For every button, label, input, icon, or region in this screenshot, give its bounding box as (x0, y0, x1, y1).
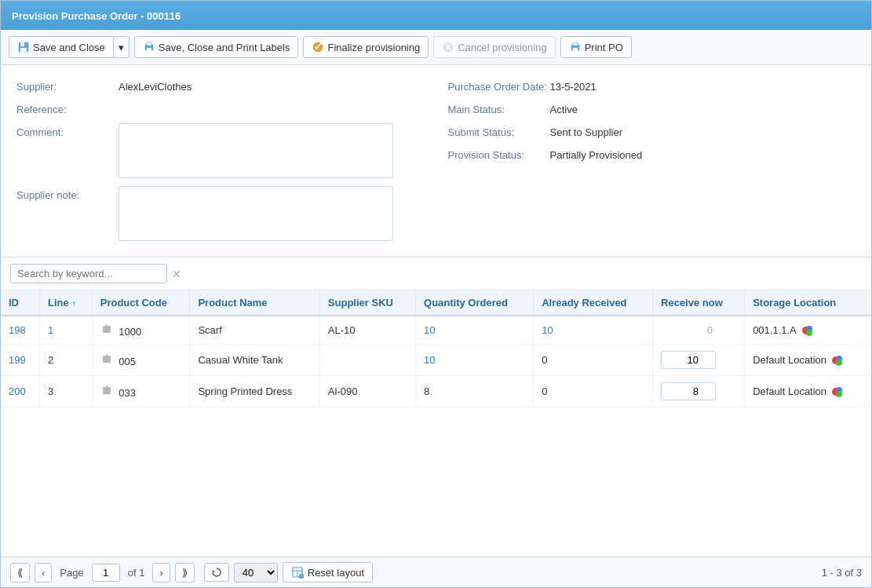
col-quantity-ordered[interactable]: Quantity Ordered (416, 290, 534, 316)
product-icon (100, 323, 113, 335)
storage-location-icon[interactable] (830, 353, 845, 367)
comment-textarea[interactable] (119, 123, 393, 178)
table-header: ID Line ↑ Product Code Product Name Supp… (1, 290, 871, 316)
save-close-split-button[interactable]: Save and Close ▾ (9, 36, 130, 58)
form-grid: Supplier: AlexLeviClothes Reference: Com… (16, 78, 856, 249)
col-product-name[interactable]: Product Name (190, 290, 319, 316)
col-product-code[interactable]: Product Code (92, 290, 190, 316)
storage-cell: Default Location (753, 353, 863, 367)
storage-location-text: 001.1.1.A (753, 324, 797, 336)
svg-point-20 (806, 330, 812, 336)
cell-already-received: 0 (534, 345, 653, 376)
supplier-note-field: Supplier note: (16, 186, 425, 241)
cell-line: 2 (40, 345, 93, 376)
storage-cell: Default Location (753, 385, 863, 399)
svg-point-27 (836, 360, 842, 366)
finalize-icon: ✓ (312, 41, 324, 53)
table-row: 199 2 00 (1, 345, 871, 376)
last-page-button[interactable]: ⟫ (175, 563, 195, 583)
cell-receive-now: 0 (653, 316, 745, 345)
col-already-received[interactable]: Already Received (534, 290, 653, 316)
cell-product-code: 1000 (92, 316, 190, 345)
print-icon (143, 41, 155, 53)
search-bar: ✕ (1, 257, 871, 290)
receive-now-input[interactable] (661, 382, 716, 400)
submit-status-field: Submit Status: Sent to Supplier (448, 123, 856, 138)
cell-supplier-sku (319, 345, 415, 376)
refresh-icon (211, 567, 222, 578)
toolbar: Save and Close ▾ Save, Close and Print L… (1, 30, 871, 65)
cell-product-code: 005 (92, 345, 190, 376)
row-id-link[interactable]: 199 (9, 354, 26, 366)
prev-page-button[interactable]: ‹ (35, 563, 52, 583)
col-id[interactable]: ID (1, 290, 40, 316)
search-clear-button[interactable]: ✕ (172, 268, 181, 280)
receive-now-input[interactable] (661, 351, 716, 369)
reset-layout-button[interactable]: Reset layout (283, 562, 373, 583)
per-page-select[interactable]: 20 40 80 100 (234, 563, 278, 583)
reset-layout-icon (291, 566, 304, 579)
cell-id: 198 (1, 316, 40, 345)
save-close-print-button[interactable]: Save, Close and Print Labels (134, 36, 299, 58)
cell-id: 200 (1, 376, 40, 407)
supplier-field: Supplier: AlexLeviClothes (16, 78, 425, 93)
storage-location-text: Default Location (753, 385, 826, 397)
supplier-label: Supplier: (16, 78, 119, 93)
print-po-icon (569, 41, 582, 53)
save-close-dropdown-arrow[interactable]: ▾ (113, 37, 129, 57)
submit-status-value: Sent to Supplier (550, 123, 623, 138)
row-line-link[interactable]: 1 (48, 324, 53, 336)
cell-receive-now (653, 345, 745, 376)
storage-cell: 001.1.1.A (753, 323, 863, 338)
reset-layout-label: Reset layout (308, 567, 364, 579)
print-po-button[interactable]: Print PO (560, 36, 632, 58)
po-date-label: Purchase Order Date: (448, 78, 550, 93)
row-id-link[interactable]: 198 (9, 324, 26, 336)
row-id-link[interactable]: 200 (9, 385, 26, 397)
col-storage-location[interactable]: Storage Location (745, 290, 871, 316)
page-number-input[interactable] (92, 564, 120, 582)
first-page-button[interactable]: ⟪ (10, 563, 30, 583)
reference-label: Reference: (16, 100, 119, 115)
submit-status-label: Submit Status: (448, 123, 550, 138)
results-count: 1 - 3 of 3 (822, 567, 862, 579)
orders-table: ID Line ↑ Product Code Product Name Supp… (1, 290, 871, 407)
cancel-label: Cancel provisioning (458, 42, 546, 53)
quantity-link[interactable]: 10 (424, 324, 435, 336)
svg-rect-4 (147, 42, 151, 46)
storage-location-icon[interactable] (801, 323, 815, 338)
cube-icon (100, 384, 113, 396)
col-receive-now[interactable]: Receive now (653, 290, 745, 316)
table-row: 198 1 (1, 316, 871, 345)
cancel-button[interactable]: Cancel provisioning (433, 36, 555, 58)
col-supplier-sku[interactable]: Supplier SKU (319, 290, 415, 316)
search-input[interactable] (10, 264, 167, 283)
cell-quantity-ordered: 8 (416, 376, 534, 407)
page-of-label: of 1 (128, 567, 145, 579)
refresh-button[interactable] (204, 563, 229, 582)
cube-icon (100, 323, 113, 335)
window-title: Provision Purchase Order - 000116 (12, 10, 181, 22)
quantity-link[interactable]: 10 (424, 354, 435, 366)
cell-product-name: Spring Printed Dress (190, 376, 319, 407)
cell-already-received: 0 (534, 376, 653, 407)
cell-product-code: 033 (92, 376, 190, 407)
provision-status-value: Partially Provisioned (550, 146, 643, 161)
cell-storage-location: 001.1.1.A (745, 316, 871, 345)
product-icon (100, 352, 113, 365)
supplier-note-textarea[interactable] (119, 186, 393, 241)
form-left: Supplier: AlexLeviClothes Reference: Com… (16, 78, 425, 249)
next-page-button[interactable]: › (152, 563, 170, 583)
save-close-button[interactable]: Save and Close (9, 37, 113, 57)
received-link[interactable]: 10 (542, 324, 553, 336)
storage-location-icon[interactable] (830, 385, 845, 399)
main-status-value: Active (550, 100, 578, 115)
cell-supplier-sku: Al-090 (319, 376, 415, 407)
po-date-value: 13-5-2021 (550, 78, 597, 93)
finalize-button[interactable]: ✓ Finalize provisioning (303, 36, 429, 58)
cell-supplier-sku: AL-10 (319, 316, 415, 345)
cancel-icon (442, 41, 454, 53)
table-body: 198 1 (1, 316, 871, 407)
col-line[interactable]: Line ↑ (40, 290, 93, 316)
save-close-label: Save and Close (33, 42, 105, 53)
